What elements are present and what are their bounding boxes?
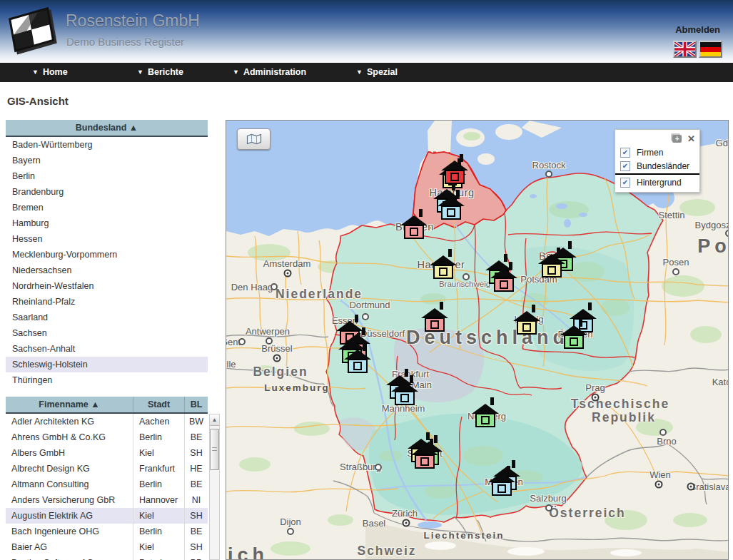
bundesland-item[interactable]: Mecklenburg-Vorpommern (6, 247, 208, 263)
table-scrollbar[interactable]: ▲ (209, 414, 220, 560)
bundesland-item[interactable]: Sachsen-Anhalt (6, 341, 208, 357)
layer-checkbox[interactable]: ✔ (620, 178, 630, 188)
layer-checkbox[interactable]: ✔ (620, 161, 630, 171)
layer-label: Hintergrund (637, 178, 682, 188)
bundesland-item[interactable]: Niedersachsen (6, 263, 208, 278)
table-row[interactable]: Ahrens GmbH & Co.KGBerlinBE (6, 429, 208, 445)
house-window-icon (447, 208, 455, 217)
company-marker-salmon[interactable] (421, 308, 448, 331)
bundesland-item[interactable]: Nordrhein-Westfalen (6, 278, 208, 294)
map-label-lille: Lille (226, 359, 236, 370)
city-dot (284, 270, 292, 278)
nav-item-home[interactable]: ▼Home (32, 63, 68, 82)
city-dot (362, 313, 369, 320)
bundesland-item[interactable]: Bayern (6, 153, 208, 168)
house-roof-icon (438, 196, 465, 206)
nav-item-administration[interactable]: ▼Administration (233, 63, 306, 82)
table-row[interactable]: Albers GmbHKielSH (6, 445, 208, 461)
add-layer-icon[interactable]: + (672, 135, 682, 143)
page-title: GIS-Ansicht (7, 95, 69, 107)
company-marker-cyan[interactable] (391, 382, 418, 404)
scrollbar-thumb[interactable] (210, 429, 219, 470)
company-marker-yellow[interactable] (513, 311, 540, 334)
map-label-antwerpen: Antwerpen (246, 326, 290, 337)
company-marker-yellow[interactable] (430, 255, 457, 278)
bundesland-item[interactable]: Saarland (6, 310, 208, 325)
house-chimney-icon (440, 302, 443, 310)
company-marker-cyan[interactable] (488, 472, 515, 495)
house-body-icon (395, 391, 415, 405)
house-chimney-icon (430, 439, 433, 447)
house-roof-icon (490, 268, 517, 278)
nav-item-berichte[interactable]: ▼Berichte (137, 63, 183, 82)
bundesland-list: Bundesland ▲ Baden-WürttembergBayernBerl… (6, 120, 208, 388)
bundesland-item[interactable]: Thüringen (6, 372, 208, 388)
company-marker-green[interactable] (472, 404, 499, 427)
table-row[interactable]: Anders Versicherung GbRHannoverNI (6, 492, 208, 508)
close-icon[interactable]: ✕ (687, 134, 695, 143)
city-dot (375, 464, 382, 471)
house-chimney-icon (448, 249, 452, 257)
map-label-tschechische: Tschechische (571, 397, 669, 412)
house-roof-icon (421, 308, 448, 318)
bundesland-item[interactable]: Berlin (6, 168, 208, 184)
table-row[interactable]: Bastian Software AGPotsdamBB (6, 555, 208, 560)
bundesland-item[interactable]: Hamburg (6, 215, 208, 231)
house-chimney-icon (460, 154, 463, 162)
bundesland-item[interactable]: Baden-Württemberg (6, 137, 208, 153)
company-marker-green[interactable] (560, 325, 587, 348)
dropdown-arrow-icon: ▼ (233, 68, 239, 76)
table-row[interactable]: Altmann ConsultingBerlinBE (6, 477, 208, 492)
bundesland-item[interactable]: Rheinland-Pfalz (6, 294, 208, 310)
map-view[interactable]: GdanskRostockStettinBydgoszczPolenPosenA… (226, 120, 729, 560)
company-marker-salmon[interactable] (411, 445, 438, 468)
table-row[interactable]: Bach Ingenieure OHGBerlinBE (6, 524, 208, 539)
company-marker-salmon[interactable] (490, 268, 517, 291)
cell-firmenname: Albrecht Design KG (6, 461, 133, 477)
cell-firmenname: Augustin Elektrik AG (6, 508, 133, 524)
cell-bl: SH (184, 445, 208, 461)
company-marker-red[interactable] (441, 161, 468, 183)
map-label-rostock: Rostock (532, 160, 566, 170)
house-chimney-icon (568, 241, 572, 249)
house-roof-icon (411, 445, 438, 455)
bundesland-item[interactable]: Hessen (6, 231, 208, 247)
cell-bl: SH (184, 539, 208, 555)
column-header-firmenname[interactable]: Fimenname ▲ (6, 397, 133, 412)
scrollbar-up-button[interactable]: ▲ (210, 414, 219, 426)
city-dot (687, 483, 695, 491)
house-roof-icon (513, 311, 540, 321)
company-marker-yellow[interactable] (538, 254, 565, 277)
table-row[interactable]: Adler Architekten KGAachenBW (6, 414, 208, 429)
map-type-button[interactable] (237, 128, 271, 150)
city-dot (592, 394, 600, 402)
company-marker-cyan[interactable] (344, 350, 371, 372)
city-dot (266, 337, 273, 345)
layer-checkbox[interactable]: ✔ (620, 148, 630, 158)
column-header-stadt[interactable]: Stadt (133, 397, 184, 412)
city-dot (672, 268, 679, 275)
house-chimney-icon (490, 397, 494, 405)
german-flag-icon[interactable] (699, 41, 722, 58)
bundesland-item[interactable]: Sachsen (6, 325, 208, 341)
house-chimney-icon (452, 183, 455, 190)
uk-flag-icon[interactable] (673, 41, 697, 58)
logout-link[interactable]: Abmelden (675, 24, 720, 35)
bundesland-item[interactable]: Brandenburg (6, 184, 208, 200)
map-label-posen: Posen (663, 257, 689, 268)
column-header-bl[interactable]: BL (184, 397, 208, 412)
table-row[interactable]: Baier AGKielSH (6, 539, 208, 555)
sort-asc-icon: ▲ (91, 399, 99, 409)
house-body-icon (348, 359, 368, 373)
company-marker-cyan[interactable] (438, 196, 465, 219)
city-dot (403, 519, 410, 527)
table-row[interactable]: Augustin Elektrik AGKielSH (6, 508, 208, 524)
bundesland-item[interactable]: Schleswig-Holstein (6, 357, 208, 372)
company-marker-salmon[interactable] (400, 215, 428, 238)
bundesland-list-header[interactable]: Bundesland ▲ (6, 120, 208, 137)
bundesland-item[interactable]: Bremen (6, 200, 208, 215)
bundesland-list-body: Baden-WürttembergBayernBerlinBrandenburg… (6, 137, 208, 388)
table-row[interactable]: Albrecht Design KGFrankfurtHE (6, 461, 208, 477)
house-roof-icon (441, 161, 468, 170)
nav-item-spezial[interactable]: ▼Spezial (356, 63, 398, 82)
